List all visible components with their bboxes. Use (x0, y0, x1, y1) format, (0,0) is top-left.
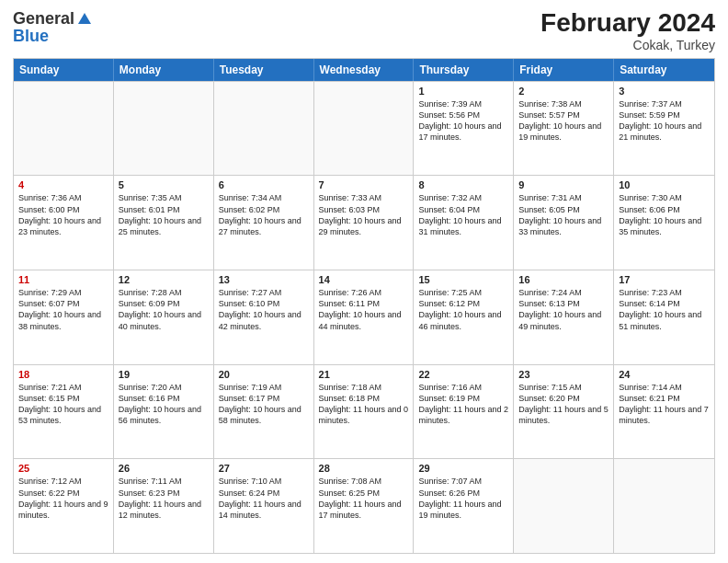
day-cell-25: 25Sunrise: 7:12 AM Sunset: 6:22 PM Dayli… (14, 459, 114, 553)
day-number: 22 (418, 369, 508, 380)
day-info: Sunrise: 7:08 AM Sunset: 6:25 PM Dayligh… (319, 477, 402, 519)
day-number: 5 (119, 179, 209, 190)
day-cell-17: 17Sunrise: 7:23 AM Sunset: 6:14 PM Dayli… (614, 270, 714, 364)
day-cell-20: 20Sunrise: 7:19 AM Sunset: 6:17 PM Dayli… (214, 365, 314, 459)
day-number: 18 (18, 369, 108, 380)
day-cell-21: 21Sunrise: 7:18 AM Sunset: 6:18 PM Dayli… (314, 365, 415, 459)
day-info: Sunrise: 7:39 AM Sunset: 5:56 PM Dayligh… (418, 99, 501, 142)
day-number: 2 (518, 86, 609, 97)
day-cell-1: 1Sunrise: 7:39 AM Sunset: 5:56 PM Daylig… (414, 82, 514, 176)
day-info: Sunrise: 7:38 AM Sunset: 5:57 PM Dayligh… (518, 99, 601, 142)
day-info: Sunrise: 7:28 AM Sunset: 6:09 PM Dayligh… (119, 288, 201, 330)
day-cell-13: 13Sunrise: 7:27 AM Sunset: 6:10 PM Dayli… (214, 270, 314, 364)
day-info: Sunrise: 7:11 AM Sunset: 6:23 PM Dayligh… (119, 477, 201, 519)
day-number: 16 (518, 274, 609, 285)
day-number: 17 (619, 274, 710, 285)
day-number: 28 (319, 463, 409, 474)
day-number: 15 (418, 274, 508, 285)
empty-cell (314, 82, 415, 176)
header-thursday: Thursday (414, 59, 514, 81)
header-tuesday: Tuesday (214, 59, 314, 81)
day-cell-24: 24Sunrise: 7:14 AM Sunset: 6:21 PM Dayli… (614, 365, 714, 459)
day-number: 10 (619, 179, 710, 190)
day-cell-10: 10Sunrise: 7:30 AM Sunset: 6:06 PM Dayli… (614, 176, 714, 270)
day-number: 11 (18, 274, 108, 285)
day-cell-6: 6Sunrise: 7:34 AM Sunset: 6:02 PM Daylig… (214, 176, 314, 270)
day-info: Sunrise: 7:35 AM Sunset: 6:01 PM Dayligh… (119, 193, 201, 236)
day-info: Sunrise: 7:36 AM Sunset: 6:00 PM Dayligh… (18, 193, 101, 236)
title-block: February 2024 Cokak, Turkey (540, 9, 715, 52)
month-year-title: February 2024 (540, 9, 715, 38)
day-info: Sunrise: 7:33 AM Sunset: 6:03 PM Dayligh… (319, 193, 402, 236)
day-cell-5: 5Sunrise: 7:35 AM Sunset: 6:01 PM Daylig… (114, 176, 214, 270)
day-info: Sunrise: 7:26 AM Sunset: 6:11 PM Dayligh… (319, 288, 402, 330)
day-info: Sunrise: 7:34 AM Sunset: 6:02 PM Dayligh… (219, 193, 301, 236)
day-number: 21 (319, 369, 409, 380)
calendar-row-1: 1Sunrise: 7:39 AM Sunset: 5:56 PM Daylig… (14, 81, 714, 176)
day-info: Sunrise: 7:27 AM Sunset: 6:10 PM Dayligh… (219, 288, 301, 330)
calendar-body: 1Sunrise: 7:39 AM Sunset: 5:56 PM Daylig… (14, 81, 714, 553)
day-info: Sunrise: 7:07 AM Sunset: 6:26 PM Dayligh… (418, 477, 501, 519)
day-cell-9: 9Sunrise: 7:31 AM Sunset: 6:05 PM Daylig… (514, 176, 614, 270)
header-friday: Friday (514, 59, 614, 81)
day-info: Sunrise: 7:31 AM Sunset: 6:05 PM Dayligh… (518, 193, 601, 236)
calendar-row-5: 25Sunrise: 7:12 AM Sunset: 6:22 PM Dayli… (14, 458, 714, 553)
day-number: 29 (418, 463, 508, 474)
day-cell-29: 29Sunrise: 7:07 AM Sunset: 6:26 PM Dayli… (414, 459, 514, 553)
day-number: 23 (518, 369, 609, 380)
svg-marker-0 (78, 13, 91, 24)
day-info: Sunrise: 7:32 AM Sunset: 6:04 PM Dayligh… (418, 193, 501, 236)
logo-blue-text: Blue (13, 27, 49, 46)
empty-cell (614, 459, 714, 553)
day-info: Sunrise: 7:23 AM Sunset: 6:14 PM Dayligh… (619, 288, 701, 330)
logo: General Blue (13, 9, 93, 46)
day-info: Sunrise: 7:10 AM Sunset: 6:24 PM Dayligh… (219, 477, 301, 519)
empty-cell (14, 82, 114, 176)
day-number: 13 (219, 274, 309, 285)
day-cell-18: 18Sunrise: 7:21 AM Sunset: 6:15 PM Dayli… (14, 365, 114, 459)
day-number: 19 (119, 369, 209, 380)
day-info: Sunrise: 7:18 AM Sunset: 6:18 PM Dayligh… (319, 383, 409, 425)
day-cell-26: 26Sunrise: 7:11 AM Sunset: 6:23 PM Dayli… (114, 459, 214, 553)
day-info: Sunrise: 7:37 AM Sunset: 5:59 PM Dayligh… (619, 99, 701, 142)
day-number: 6 (219, 179, 309, 190)
day-cell-4: 4Sunrise: 7:36 AM Sunset: 6:00 PM Daylig… (14, 176, 114, 270)
day-cell-16: 16Sunrise: 7:24 AM Sunset: 6:13 PM Dayli… (514, 270, 614, 364)
day-cell-23: 23Sunrise: 7:15 AM Sunset: 6:20 PM Dayli… (514, 365, 614, 459)
day-info: Sunrise: 7:24 AM Sunset: 6:13 PM Dayligh… (518, 288, 601, 330)
day-cell-7: 7Sunrise: 7:33 AM Sunset: 6:03 PM Daylig… (314, 176, 415, 270)
day-cell-28: 28Sunrise: 7:08 AM Sunset: 6:25 PM Dayli… (314, 459, 415, 553)
page: General Blue February 2024 Cokak, Turkey… (0, 0, 728, 563)
day-info: Sunrise: 7:21 AM Sunset: 6:15 PM Dayligh… (18, 383, 101, 425)
header-wednesday: Wednesday (314, 59, 415, 81)
day-info: Sunrise: 7:29 AM Sunset: 6:07 PM Dayligh… (18, 288, 101, 330)
day-cell-11: 11Sunrise: 7:29 AM Sunset: 6:07 PM Dayli… (14, 270, 114, 364)
day-number: 24 (619, 369, 710, 380)
empty-cell (114, 82, 214, 176)
day-cell-12: 12Sunrise: 7:28 AM Sunset: 6:09 PM Dayli… (114, 270, 214, 364)
day-number: 14 (319, 274, 409, 285)
day-info: Sunrise: 7:20 AM Sunset: 6:16 PM Dayligh… (119, 383, 201, 425)
day-number: 8 (418, 179, 508, 190)
day-number: 27 (219, 463, 309, 474)
day-number: 20 (219, 369, 309, 380)
header-sunday: Sunday (14, 59, 114, 81)
day-info: Sunrise: 7:30 AM Sunset: 6:06 PM Dayligh… (619, 193, 701, 236)
calendar-row-3: 11Sunrise: 7:29 AM Sunset: 6:07 PM Dayli… (14, 270, 714, 364)
day-cell-8: 8Sunrise: 7:32 AM Sunset: 6:04 PM Daylig… (414, 176, 514, 270)
day-number: 4 (18, 179, 108, 190)
location-subtitle: Cokak, Turkey (540, 38, 715, 52)
empty-cell (214, 82, 314, 176)
day-info: Sunrise: 7:14 AM Sunset: 6:21 PM Dayligh… (619, 383, 709, 425)
day-cell-19: 19Sunrise: 7:20 AM Sunset: 6:16 PM Dayli… (114, 365, 214, 459)
day-number: 7 (319, 179, 409, 190)
day-number: 9 (518, 179, 609, 190)
header-saturday: Saturday (614, 59, 714, 81)
calendar-row-2: 4Sunrise: 7:36 AM Sunset: 6:00 PM Daylig… (14, 175, 714, 270)
day-number: 26 (119, 463, 209, 474)
calendar: Sunday Monday Tuesday Wednesday Thursday… (13, 58, 715, 554)
day-cell-2: 2Sunrise: 7:38 AM Sunset: 5:57 PM Daylig… (514, 82, 614, 176)
day-cell-22: 22Sunrise: 7:16 AM Sunset: 6:19 PM Dayli… (414, 365, 514, 459)
calendar-header: Sunday Monday Tuesday Wednesday Thursday… (14, 59, 714, 81)
header-monday: Monday (114, 59, 214, 81)
